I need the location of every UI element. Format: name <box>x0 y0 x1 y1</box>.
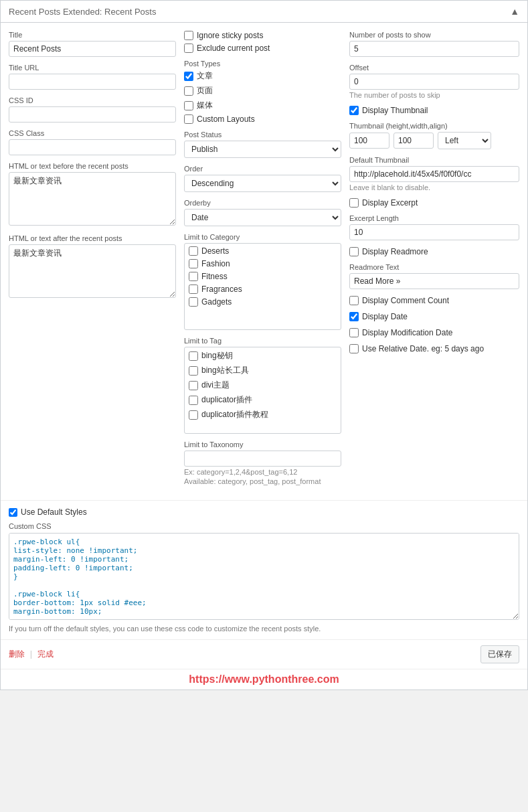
category-deserts-checkbox[interactable] <box>189 246 198 256</box>
delete-link[interactable]: 删除 <box>9 649 25 659</box>
post-type-custom-checkbox[interactable] <box>184 114 193 124</box>
footer-separator: | <box>30 649 32 659</box>
category-list[interactable]: Deserts Fashion Fitness Fragrances <box>184 243 341 330</box>
tag-duplicator-label: duplicator插件 <box>201 394 252 406</box>
offset-label: Offset <box>349 64 519 72</box>
use-default-styles-checkbox[interactable] <box>9 508 17 517</box>
collapse-icon[interactable]: ▲ <box>510 6 519 17</box>
tag-duplicator-tutorial-row: duplicator插件教程 <box>189 409 337 420</box>
display-mod-date-label: Display Modification Date <box>362 328 452 337</box>
exclude-current-checkbox[interactable] <box>184 44 193 53</box>
display-mod-date-row: Display Modification Date <box>349 328 519 337</box>
widget-title-main: Recent Posts Extended: <box>9 7 102 17</box>
category-fashion-row: Fashion <box>189 259 337 268</box>
category-fashion-checkbox[interactable] <box>189 259 198 268</box>
category-deserts-label: Deserts <box>201 246 229 256</box>
tag-bing-webmaster-checkbox[interactable] <box>189 366 198 376</box>
excerpt-length-input[interactable] <box>349 224 519 240</box>
html-after-textarea[interactable]: 最新文章资讯 <box>9 244 176 298</box>
post-type-page-checkbox[interactable] <box>184 86 193 96</box>
tag-duplicator-tutorial-label: duplicator插件教程 <box>201 409 268 420</box>
num-posts-input[interactable] <box>349 41 519 57</box>
display-excerpt-checkbox[interactable] <box>349 198 359 208</box>
html-after-field-group: HTML or text after the recent posts 最新文章… <box>9 234 176 300</box>
thumbnail-align-select[interactable]: Left Center Right <box>438 132 491 149</box>
css-class-input[interactable] <box>9 139 176 155</box>
exclude-current-row: Exclude current post <box>184 44 341 53</box>
default-thumbnail-hint: Leave it blank to disable. <box>349 183 519 191</box>
post-type-article-checkbox[interactable] <box>184 72 193 81</box>
limit-category-label: Limit to Category <box>184 233 341 241</box>
default-thumbnail-input[interactable] <box>349 166 519 182</box>
mid-column: Ignore sticky posts Exclude current post… <box>184 31 341 492</box>
limit-tag-group: Limit to Tag bing秘钥 bing站长工具 divi主题 <box>184 337 341 434</box>
css-class-field-group: CSS Class <box>9 129 176 155</box>
limit-category-group: Limit to Category Deserts Fashion Fitnes… <box>184 233 341 330</box>
excerpt-length-group: Excerpt Length <box>349 214 519 240</box>
title-url-input[interactable] <box>9 74 176 90</box>
title-label: Title <box>9 31 176 39</box>
order-select[interactable]: Descending Ascending <box>184 175 341 192</box>
display-date-label: Display Date <box>362 312 408 321</box>
title-input[interactable] <box>9 41 176 57</box>
post-status-select[interactable]: Publish Draft Private Pending <box>184 141 341 158</box>
html-before-textarea[interactable]: 最新文章资讯 <box>9 172 176 226</box>
tag-duplicator-tutorial-checkbox[interactable] <box>189 410 198 420</box>
tag-duplicator-checkbox[interactable] <box>189 396 198 405</box>
thumbnail-width-input[interactable] <box>393 133 434 149</box>
offset-input[interactable] <box>349 74 519 90</box>
thumbnail-size-label: Thumbnail (height,width,align) <box>349 122 519 130</box>
limit-taxonomy-label: Limit to Taxonomy <box>184 440 341 449</box>
category-fitness-label: Fitness <box>201 272 228 281</box>
post-type-media-checkbox[interactable] <box>184 101 193 110</box>
post-type-page-row: 页面 <box>184 85 341 96</box>
use-default-styles-label: Use Default Styles <box>21 507 87 517</box>
tag-duplicator-row: duplicator插件 <box>189 394 337 406</box>
category-gadgets-checkbox[interactable] <box>189 297 198 307</box>
display-thumbnail-checkbox[interactable] <box>349 106 359 115</box>
category-fashion-label: Fashion <box>201 259 230 268</box>
widget-title-sub: Recent Posts <box>104 7 156 17</box>
display-thumbnail-row: Display Thumbnail <box>349 106 519 115</box>
display-readmore-checkbox[interactable] <box>349 247 359 256</box>
thumbnail-height-input[interactable] <box>349 133 389 149</box>
orderby-select[interactable]: Date Title Author Modified Random Commen… <box>184 209 341 226</box>
tag-divi-row: divi主题 <box>189 380 337 391</box>
custom-css-info: If you turn off the default styles, you … <box>9 625 519 633</box>
tag-divi-checkbox[interactable] <box>189 381 198 390</box>
readmore-text-input[interactable] <box>349 273 519 289</box>
save-button[interactable]: 已保存 <box>480 645 519 663</box>
custom-css-textarea[interactable]: .rpwe-block ul{ list-style: none !import… <box>9 533 519 620</box>
title-url-label: Title URL <box>9 64 176 72</box>
display-readmore-row: Display Readmore <box>349 247 519 256</box>
category-fragrances-checkbox[interactable] <box>189 285 198 294</box>
done-link[interactable]: 完成 <box>37 649 54 659</box>
display-comment-checkbox[interactable] <box>349 296 359 305</box>
display-date-checkbox[interactable] <box>349 312 359 321</box>
use-relative-date-group: Use Relative Date. eg: 5 days ago <box>349 344 519 353</box>
post-type-article-row: 文章 <box>184 70 341 82</box>
footer-links: 删除 | 完成 <box>9 649 54 660</box>
use-relative-date-checkbox[interactable] <box>349 344 359 353</box>
limit-tag-label: Limit to Tag <box>184 337 341 345</box>
category-fitness-checkbox[interactable] <box>189 272 198 281</box>
post-type-media-label: 媒体 <box>197 100 213 111</box>
custom-css-label: Custom CSS <box>9 522 519 530</box>
display-date-row: Display Date <box>349 312 519 321</box>
widget-header[interactable]: Recent Posts Extended: Recent Posts ▲ <box>1 1 527 23</box>
category-fragrances-label: Fragrances <box>201 285 242 294</box>
post-type-custom-row: Custom Layouts <box>184 114 341 124</box>
display-mod-date-checkbox[interactable] <box>349 328 359 337</box>
tag-list[interactable]: bing秘钥 bing站长工具 divi主题 duplicator插件 <box>184 347 341 434</box>
ignore-sticky-checkbox[interactable] <box>184 31 193 40</box>
tag-bing-key-checkbox[interactable] <box>189 351 198 361</box>
order-label: Order <box>184 165 341 173</box>
post-types-section: Post Types 文章 页面 媒体 Custom Layouts <box>184 60 341 124</box>
css-id-input[interactable] <box>9 106 176 123</box>
limit-taxonomy-input[interactable] <box>184 451 341 467</box>
post-type-custom-label: Custom Layouts <box>197 114 255 124</box>
category-fitness-row: Fitness <box>189 272 337 281</box>
tag-bing-key-label: bing秘钥 <box>201 350 233 361</box>
css-id-field-group: CSS ID <box>9 96 176 123</box>
bottom-section: Use Default Styles Custom CSS .rpwe-bloc… <box>1 500 527 639</box>
